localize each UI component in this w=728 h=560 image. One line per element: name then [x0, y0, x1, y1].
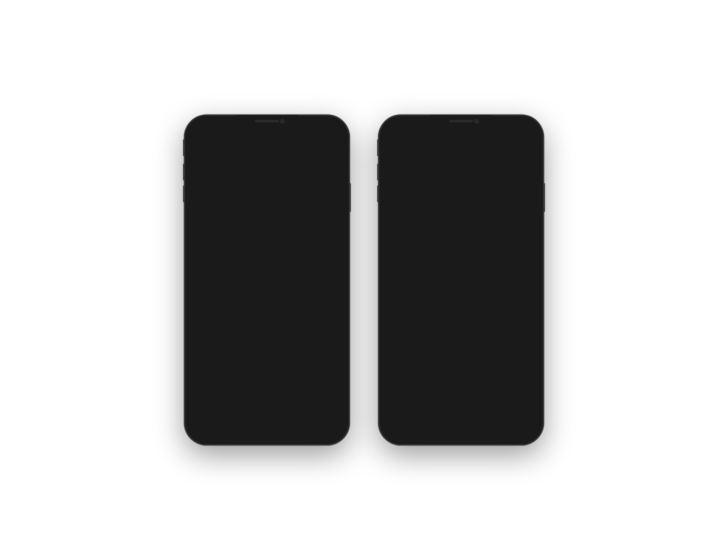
track-thumb [390, 216, 409, 235]
back-button-2[interactable]: ‹ [389, 141, 397, 151]
tabbar-feed-1[interactable] [199, 417, 218, 431]
back-button-1[interactable]: ‹ [195, 141, 203, 151]
artist-item[interactable]: Evanescen... [196, 189, 222, 223]
chart-show-all-2[interactable]: Показать все [496, 352, 532, 359]
svg-rect-11 [404, 425, 407, 428]
playlist-week-play-btn[interactable]: ▶ [309, 291, 322, 304]
tabbar-friends-1[interactable] [287, 417, 305, 431]
tab-overview-1[interactable]: Обзор [271, 156, 298, 172]
track-side-thumb [513, 192, 532, 211]
svg-rect-9 [404, 420, 407, 423]
tabbar-music-1[interactable] [229, 417, 247, 431]
phone-1: 12:30 ▲ ‹ 🔍 Поиск музыки [184, 115, 349, 445]
phone-2: 12:30 ▲ ‹ 🔍 Поиск музыки [379, 115, 544, 445]
playlist-week[interactable]: Неделя ▶ Музыка для Вас обновлён в четве… [264, 246, 327, 324]
artist-item[interactable]: Kings Of L... [289, 189, 315, 223]
artist-name: Evanescen... [197, 217, 222, 223]
albums-show-all-2[interactable]: Показать все [496, 268, 532, 275]
chart-track-name: Cadillac E [414, 369, 479, 376]
album-card[interactable]: IRON Моя преступность IROH [437, 280, 480, 340]
playlist-play-btn[interactable]: ▶ [241, 291, 254, 304]
artist-name: Kings Of L... [290, 217, 314, 223]
album-card[interactable]: HORUSЗАРАЗА Вопрос вр... Horus, Зар... [483, 280, 526, 340]
track-more-btn[interactable]: ··· [305, 379, 314, 387]
album-thumb: HORUSЗАРАЗА [483, 280, 526, 322]
tabs-2: Моя музыка Для Вас Обзор [383, 156, 539, 172]
artist-avatar [320, 189, 345, 215]
battery-icon-1 [325, 127, 335, 132]
recent-show-all-1[interactable]: Показать все [302, 336, 338, 343]
status-bar-1: 12:30 ▲ [189, 120, 345, 137]
chart-track-more-btn[interactable]: ··· [499, 371, 509, 379]
artists-show-all-1[interactable]: Показать все [302, 178, 338, 185]
track-thumb [390, 241, 409, 259]
album-artist: Yanix [390, 329, 433, 334]
status-time-2: 12:30 [393, 126, 409, 133]
track-item[interactable]: DEEP LOVE Slame, Cherocky 2:51 ··· [383, 238, 539, 262]
track-more-btn[interactable]: ··· [499, 222, 509, 230]
tab-my-music-2[interactable]: Моя музыка [389, 156, 431, 172]
tabbar-profile-1[interactable] [316, 417, 334, 431]
explicit-badge: E [440, 196, 446, 202]
playlists-row-1: Сегодня ▶ Музыка сегодня • обновлён сего… [189, 246, 345, 329]
artist-item[interactable]: Bring Me T... [227, 189, 253, 223]
track-more-btn[interactable]: ··· [305, 355, 314, 363]
playlist-today[interactable]: Сегодня ▶ Музыка сегодня • обновлён сего… [196, 246, 259, 324]
playlist-today-subtitle: • обновлён сегодня [196, 318, 259, 323]
album-thumb: IRON [437, 280, 480, 322]
playlist-week-title: Музыка для Вас [264, 311, 327, 317]
search-bar-1[interactable]: 🔍 Поиск музыки [207, 139, 339, 152]
signal-bars-2 [503, 127, 510, 132]
track-side-thumb [513, 216, 532, 235]
track-thumb [196, 374, 215, 393]
svg-point-4 [235, 425, 238, 428]
battery-icon-2 [519, 127, 529, 132]
album-card[interactable]: SPRINGSUMMER 20 SS 20 Yanix [390, 280, 433, 340]
album-thumb: SPRINGSUMMER 20 [390, 280, 433, 322]
track-item[interactable]: Temptation Cradle Of Filth 3:47 ··· [189, 347, 345, 371]
svg-rect-8 [399, 420, 402, 423]
track-item[interactable]: Краш Клава Кока, NILETTO 2:54 ··· [383, 214, 539, 238]
track-more-btn[interactable]: ··· [499, 246, 509, 254]
tabbar-friends-2[interactable] [481, 417, 499, 431]
track-artist: Foo Fighters [219, 384, 285, 390]
tabbar-profile-2[interactable] [510, 417, 529, 431]
track-item[interactable]: The Pretender Foo Fighters 4:27 ··· [189, 371, 345, 395]
playlist-today-label: Сегодня [203, 253, 239, 263]
tab-for-you-1[interactable]: Для Вас [237, 156, 271, 172]
albums-title-2: Новые альбомы [390, 268, 447, 276]
track-item[interactable]: Веселей E Скриптонит 3:38 ··· [383, 189, 539, 214]
artists-header-1: Музыканты для Вас Показать все [189, 172, 345, 189]
tabbar-chat-2[interactable] [452, 417, 470, 431]
tab-overview-2[interactable]: Обзор [463, 156, 491, 172]
tabbar-chat-1[interactable] [258, 417, 276, 431]
search-bar-2[interactable]: 🔍 Поиск музыки [401, 139, 533, 152]
tab-my-music-1[interactable]: Моя музыка [195, 156, 237, 172]
new-tracks-show-all-2[interactable]: Показать все [496, 178, 532, 185]
search-placeholder-2: Поиск музыки [416, 142, 456, 149]
content-2: Новинки Показать все Веселей E Скриптони… [383, 172, 539, 424]
playlist-week-image: Неделя ▶ [264, 246, 327, 309]
track-info: Temptation Cradle Of Filth [219, 353, 285, 365]
tabbar-feed-2[interactable] [394, 417, 412, 431]
track-info: DEEP LOVE Slame, Cherocky [414, 244, 479, 256]
albums-row-2: SPRINGSUMMER 20 SS 20 Yanix IRON Моя пре… [383, 280, 539, 346]
track-more-btn[interactable]: ··· [499, 198, 509, 205]
tabbar-music-2[interactable] [423, 417, 441, 431]
track-artist: Slame, Cherocky [414, 251, 479, 256]
chart-track-info: Cadillac E MORGENSHTERN, Элджей [414, 369, 479, 381]
search-row-1: ‹ 🔍 Поиск музыки [189, 137, 345, 156]
artist-item[interactable]: Three D... [320, 189, 345, 223]
album-artist: Horus, Зар... [483, 329, 526, 334]
home-indicator-2 [437, 435, 485, 437]
track-duration: 4:27 [290, 380, 300, 386]
artist-name: Three D... [324, 217, 343, 223]
tab-for-you-2[interactable]: Для Вас [431, 156, 463, 172]
track-info: Краш Клава Кока, NILETTO [414, 220, 479, 232]
search-icon-1: 🔍 [212, 143, 219, 149]
chart-track-item[interactable]: Cadillac E MORGENSHTERN, Элджей 2:57 ··· [383, 363, 539, 387]
new-tracks-header-2: Новинки Показать все [383, 172, 539, 189]
recent-title-1: Недавно прослушанные [196, 335, 279, 343]
svg-point-15 [517, 420, 521, 423]
artist-item[interactable]: Oasis [258, 189, 284, 223]
